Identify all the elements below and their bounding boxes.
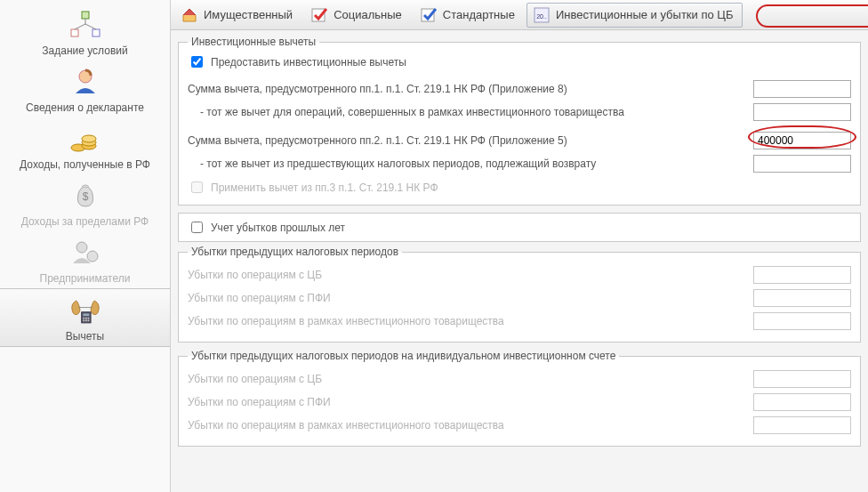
stock-icon: 20..: [533, 6, 551, 24]
input-pp1[interactable]: [753, 80, 851, 98]
input-pp2[interactable]: [753, 132, 851, 149]
label-iis-cb: Убытки по операциям с ЦБ: [188, 373, 744, 385]
svg-rect-12: [83, 313, 89, 316]
label-pp1-sub: - тот же вычет для операций, совершенных…: [188, 106, 744, 118]
row-prev-partnership: Убытки по операциям в рамках инвестицион…: [188, 310, 851, 333]
sidebar-item-label: Предприниматели: [40, 270, 131, 285]
svg-rect-17: [85, 319, 87, 321]
chk-label: Учет убытков прошлых лет: [211, 222, 345, 234]
svg-rect-18: [87, 319, 89, 321]
check-red-icon: [310, 6, 328, 24]
sidebar-item-income-rf[interactable]: Доходы, полученные в РФ: [0, 117, 170, 174]
chk-pp3-input: [191, 181, 203, 193]
row-pp1: Сумма вычета, предусмотренного пп.1. п.1…: [188, 77, 851, 101]
svg-rect-2: [92, 29, 100, 36]
chk-pp3: Применить вычет из пп.3 п.1. Ст. 219.1 Н…: [188, 179, 851, 196]
row-pp2-sub: - тот же вычет из предшествующих налогов…: [188, 152, 851, 175]
tab-label: Социальные: [334, 8, 402, 21]
svg-rect-16: [83, 319, 84, 321]
input-iis-pfi: [753, 393, 851, 411]
chk-account-losses-input[interactable]: [191, 222, 203, 233]
label-pp1: Сумма вычета, предусмотренного пп.1. п.1…: [188, 83, 744, 95]
label-prev-cb: Убытки по операциям с ЦБ: [188, 269, 744, 281]
group-legend: Инвестиционные вычеты: [188, 36, 319, 48]
input-pp1-sub[interactable]: [753, 103, 851, 121]
content: Инвестиционные вычеты Предоставить инвес…: [171, 30, 868, 461]
row-prev-pfi: Убытки по операциям с ПФИ: [188, 286, 851, 310]
tab-property[interactable]: Имущественный: [174, 3, 302, 28]
main: Имущественный Социальные Стандартные 20.…: [171, 0, 868, 492]
svg-rect-15: [87, 318, 89, 319]
row-iis-partnership: Убытки по операциям в рамках инвестицион…: [188, 414, 851, 437]
input-prev-partnership: [753, 312, 851, 330]
label-pp2-sub: - тот же вычет из предшествующих налогов…: [188, 157, 744, 170]
label-iis-pfi: Убытки по операциям с ПФИ: [188, 396, 744, 408]
label-prev-partnership: Убытки по операциям в рамках инвестицион…: [188, 315, 744, 327]
svg-point-7: [82, 135, 96, 142]
row-pp2: Сумма вычета, предусмотренного пп.2. п.1…: [188, 129, 851, 152]
deductions-icon: [68, 294, 103, 327]
input-prev-pfi: [753, 289, 851, 307]
svg-rect-1: [71, 29, 78, 36]
sidebar-item-label: Доходы за пределами РФ: [21, 214, 149, 228]
svg-rect-0: [82, 12, 89, 19]
group-investment-deductions: Инвестиционные вычеты Предоставить инвес…: [178, 36, 861, 206]
tab-social[interactable]: Социальные: [304, 3, 412, 28]
chk-label: Применить вычет из пп.3 п.1. Ст. 219.1 Н…: [211, 181, 438, 194]
tab-label: Имущественный: [204, 8, 293, 21]
row-iis-pfi: Убытки по операциям с ПФИ: [188, 391, 851, 414]
coins-icon: [68, 123, 103, 155]
row-pp1-sub: - тот же вычет для операций, совершенных…: [188, 101, 851, 124]
tab-label: Стандартные: [443, 8, 515, 21]
person-icon: [68, 66, 103, 98]
conditions-icon: [68, 9, 103, 41]
group-iis-losses: Убытки предыдущих налоговых периодов на …: [178, 350, 861, 447]
label-prev-pfi: Убытки по операциям с ПФИ: [188, 292, 744, 304]
group-prev-losses: Убытки предыдущих налоговых периодов Убы…: [178, 246, 861, 343]
label-pp2: Сумма вычета, предусмотренного пп.2. п.1…: [188, 134, 744, 147]
svg-rect-13: [83, 318, 84, 319]
group-legend: Убытки предыдущих налоговых периодов: [188, 246, 402, 258]
svg-text:20..: 20..: [536, 13, 547, 20]
sidebar-item-deductions[interactable]: Вычеты: [0, 288, 170, 347]
tab-standard[interactable]: Стандартные: [414, 3, 525, 28]
chk-label: Предоставить инвестиционные вычеты: [211, 56, 406, 69]
sidebar-item-entrepreneur: Предприниматели: [0, 231, 170, 288]
chk-provide-invest[interactable]: Предоставить инвестиционные вычеты: [188, 53, 851, 70]
check-blue-icon: [420, 6, 438, 24]
entrepreneur-icon: [68, 237, 103, 269]
input-iis-cb: [753, 370, 851, 388]
row-iis-cb: Убытки по операциям с ЦБ: [188, 367, 851, 391]
svg-point-10: [87, 251, 98, 262]
input-prev-cb: [753, 266, 851, 284]
chk-account-losses[interactable]: Учет убытков прошлых лет: [188, 219, 851, 236]
sidebar-item-label: Сведения о декларанте: [26, 100, 144, 114]
sidebar: Задание условий Сведения о декларанте До…: [0, 0, 171, 492]
group-legend: Убытки предыдущих налоговых периодов на …: [188, 350, 619, 362]
tab-investment[interactable]: 20.. Инвестиционные и убытки по ЦБ: [526, 3, 743, 28]
svg-point-9: [76, 242, 87, 253]
sidebar-item-income-out: $ Доходы за пределами РФ: [0, 174, 170, 231]
toolbar: Имущественный Социальные Стандартные 20.…: [171, 0, 868, 30]
svg-rect-14: [85, 318, 87, 319]
input-pp2-sub[interactable]: [753, 155, 851, 173]
sidebar-item-declarant[interactable]: Сведения о декларанте: [0, 60, 170, 117]
label-iis-partnership: Убытки по операциям в рамках инвестицион…: [188, 419, 744, 432]
house-icon: [181, 6, 198, 24]
bag-icon: $: [68, 180, 103, 212]
sidebar-item-label: Вычеты: [66, 328, 104, 343]
row-prev-cb: Убытки по операциям с ЦБ: [188, 263, 851, 286]
sidebar-item-conditions[interactable]: Задание условий: [0, 4, 170, 60]
tab-label: Инвестиционные и убытки по ЦБ: [556, 8, 734, 21]
sidebar-item-label: Задание условий: [42, 43, 127, 57]
svg-text:$: $: [82, 190, 88, 203]
input-iis-partnership: [753, 416, 851, 434]
chk-provide-invest-input[interactable]: [191, 56, 203, 68]
sidebar-item-label: Доходы, полученные в РФ: [20, 157, 150, 171]
